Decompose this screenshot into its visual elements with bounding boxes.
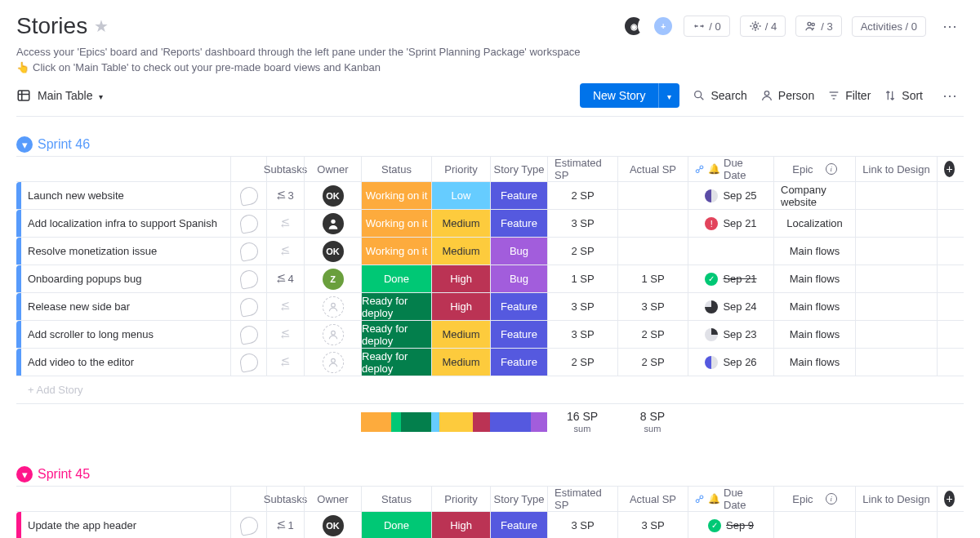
due-date-cell[interactable]: !Sep 21 <box>688 210 773 237</box>
subtasks-cell[interactable]: ⥶ <box>266 349 304 376</box>
priority-cell[interactable]: High <box>431 293 490 320</box>
subtasks-cell[interactable]: ⥶ 1 <box>266 512 304 538</box>
actual-sp-cell[interactable]: 2 SP <box>617 349 688 376</box>
story-type-cell[interactable]: Feature <box>490 182 547 209</box>
epic-cell[interactable]: Main flows <box>773 349 855 376</box>
story-name[interactable]: Add scroller to long menus <box>21 321 230 348</box>
owner-cell[interactable]: OK <box>304 182 361 209</box>
owner-cell[interactable] <box>304 210 361 237</box>
col-actual-sp[interactable]: Actual SP <box>617 487 688 511</box>
owner-cell[interactable]: OK <box>304 238 361 265</box>
link-cell[interactable] <box>855 321 937 348</box>
conversation-icon[interactable] <box>238 185 259 206</box>
toolbar-more-icon[interactable]: ⋯ <box>936 83 964 108</box>
automate-button[interactable]: / 4 <box>740 16 786 37</box>
story-name[interactable]: Resolve monetization issue <box>21 238 230 265</box>
conversation-icon[interactable] <box>238 241 259 261</box>
due-date-cell[interactable]: Sep 23 <box>688 321 773 348</box>
status-cell[interactable]: Done <box>361 512 431 538</box>
col-due-date[interactable]: ⚯🔔Due Date <box>688 487 773 511</box>
story-name[interactable]: Onboarding popups bug <box>21 265 230 292</box>
status-cell[interactable]: Working on it <box>361 210 431 237</box>
star-icon[interactable]: ★ <box>94 16 109 36</box>
status-cell[interactable]: Ready for deploy <box>361 293 431 320</box>
story-type-cell[interactable]: Bug <box>490 238 547 265</box>
group-title[interactable]: Sprint 45 <box>38 467 90 482</box>
sort-button[interactable]: Sort <box>884 89 923 102</box>
owner-avatar[interactable]: Z <box>323 269 344 290</box>
priority-cell[interactable]: Medium <box>431 210 490 237</box>
priority-cell[interactable]: High <box>431 512 490 538</box>
story-name[interactable]: Add localization infra to support Spanis… <box>21 210 230 237</box>
subtasks-cell[interactable]: ⥶ <box>266 238 304 265</box>
epic-cell[interactable]: Main flows <box>773 265 855 292</box>
estimated-sp-cell[interactable]: 3 SP <box>547 321 617 348</box>
table-row[interactable]: Launch new website ⥶ 3 OK Working on it … <box>16 182 964 210</box>
conversation-icon[interactable] <box>238 213 259 233</box>
info-icon[interactable]: i <box>826 493 837 505</box>
subtasks-cell[interactable]: ⥶ 4 <box>266 265 304 292</box>
due-date-cell[interactable]: Sep 24 <box>688 293 773 320</box>
story-name[interactable]: Update the app header <box>21 512 230 538</box>
link-cell[interactable] <box>855 238 937 265</box>
actual-sp-cell[interactable]: 1 SP <box>617 265 688 292</box>
group-collapse-icon[interactable]: ▾ <box>16 136 33 153</box>
col-epic[interactable]: Epic i <box>773 487 855 511</box>
col-story-type[interactable]: Story Type <box>490 487 547 511</box>
col-epic[interactable]: Epic i <box>773 157 855 181</box>
status-cell[interactable]: Ready for deploy <box>361 321 431 348</box>
main-table-view[interactable]: Main Table <box>16 88 103 103</box>
estimated-sp-cell[interactable]: 2 SP <box>547 349 617 376</box>
owner-cell[interactable]: OK <box>304 512 361 538</box>
table-row[interactable]: Resolve monetization issue ⥶ OK Working … <box>16 238 964 265</box>
col-due-date[interactable]: ⚯🔔Due Date <box>688 157 773 181</box>
conversation-icon[interactable] <box>238 269 259 289</box>
add-column-button[interactable]: + <box>944 491 955 507</box>
col-priority[interactable]: Priority <box>431 157 490 181</box>
story-name[interactable]: Launch new website <box>21 182 230 209</box>
owner-avatar[interactable] <box>323 213 344 234</box>
epic-cell[interactable]: Main flows <box>773 321 855 348</box>
estimated-sp-cell[interactable]: 2 SP <box>547 182 617 209</box>
info-icon[interactable]: i <box>826 163 837 175</box>
new-story-dropdown[interactable] <box>658 83 679 108</box>
activities-button[interactable]: Activities / 0 <box>852 16 926 37</box>
add-column-button[interactable]: + <box>944 161 955 177</box>
owner-avatar-empty[interactable] <box>323 352 344 373</box>
table-row[interactable]: Add localization infra to support Spanis… <box>16 210 964 238</box>
table-row[interactable]: Onboarding popups bug ⥶ 4 Z Done High Bu… <box>16 265 964 293</box>
conversation-icon[interactable] <box>238 324 259 345</box>
conversation-icon[interactable] <box>238 352 259 372</box>
story-type-cell[interactable]: Feature <box>490 512 547 538</box>
chevron-down-icon[interactable] <box>99 89 103 102</box>
subtasks-cell[interactable]: ⥶ 3 <box>266 182 304 209</box>
board-members-avatars[interactable]: ◉ OK + <box>630 16 674 37</box>
conversation-icon[interactable] <box>238 296 259 317</box>
table-row[interactable]: Update the app header ⥶ 1 OK Done High F… <box>16 512 964 538</box>
integrate-button[interactable]: / 0 <box>684 16 729 37</box>
priority-cell[interactable]: Low <box>431 182 490 209</box>
story-type-cell[interactable]: Bug <box>490 265 547 292</box>
link-cell[interactable] <box>855 349 937 376</box>
col-status[interactable]: Status <box>361 487 431 511</box>
status-cell[interactable]: Ready for deploy <box>361 349 431 376</box>
due-date-cell[interactable]: Sep 26 <box>688 349 773 376</box>
members-button[interactable]: / 3 <box>795 16 841 37</box>
estimated-sp-cell[interactable]: 3 SP <box>547 293 617 320</box>
status-cell[interactable]: Done <box>361 265 431 292</box>
epic-cell[interactable]: Localization <box>773 210 855 237</box>
due-date-cell[interactable] <box>688 238 773 265</box>
col-subtasks[interactable]: Subtasks <box>266 157 304 181</box>
add-story-button[interactable]: + Add Story <box>21 376 230 403</box>
col-status[interactable]: Status <box>361 157 431 181</box>
search-button[interactable]: Search <box>693 89 746 102</box>
actual-sp-cell[interactable] <box>617 210 688 237</box>
filter-button[interactable]: Filter <box>827 89 871 102</box>
estimated-sp-cell[interactable]: 1 SP <box>547 265 617 292</box>
story-name[interactable]: Release new side bar <box>21 293 230 320</box>
status-cell[interactable]: Working on it <box>361 238 431 265</box>
priority-cell[interactable]: High <box>431 265 490 292</box>
priority-cell[interactable]: Medium <box>431 321 490 348</box>
conversation-icon[interactable] <box>238 515 259 536</box>
col-owner[interactable]: Owner <box>304 157 361 181</box>
